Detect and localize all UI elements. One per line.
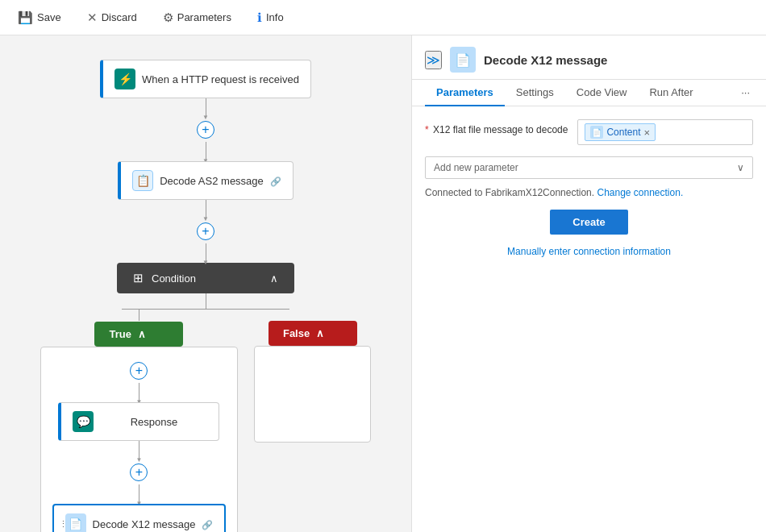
flow-canvas: ⚡ When a HTTP request is received + 📋 De… <box>0 35 411 532</box>
connector-4 <box>206 243 206 263</box>
x12-tag-input[interactable]: 📄 Content × <box>577 119 753 145</box>
required-asterisk: * <box>425 124 429 135</box>
true-branch-collapse-icon: ∧ <box>138 328 146 340</box>
panel-title-icon: 📄 <box>450 47 476 73</box>
save-button[interactable]: 💾 Save <box>13 7 66 28</box>
connector-true-2 <box>139 441 139 460</box>
add-parameter-dropdown[interactable]: Add new parameter ∨ <box>425 156 753 179</box>
content-tag-label: Content <box>606 127 640 138</box>
dots-menu-icon[interactable]: ⋮ <box>59 519 68 530</box>
panel-header: ≫ 📄 Decode X12 message <box>412 35 766 80</box>
condition-collapse-icon: ∧ <box>270 272 278 285</box>
false-branch-body <box>254 346 371 443</box>
add-button-1[interactable]: + <box>197 121 214 139</box>
false-branch-collapse-icon: ∧ <box>316 327 324 339</box>
panel-tabs: Parameters Settings Code View Run After … <box>412 80 766 106</box>
manual-connection-link[interactable]: Manually enter connection information <box>425 246 753 257</box>
tab-more-button[interactable]: ··· <box>738 80 753 106</box>
info-label: Info <box>266 11 284 23</box>
x12-field-input-area: 📄 Content × <box>577 119 753 145</box>
connector-2 <box>206 142 206 161</box>
true-branch-header[interactable]: True ∧ <box>94 322 183 347</box>
branch-container: True ∧ + 💬 Response + <box>40 310 372 532</box>
condition-node[interactable]: ⊞ Condition ∧ <box>117 263 294 293</box>
parameters-label: Parameters <box>177 11 231 23</box>
main-area: ⚡ When a HTTP request is received + 📋 De… <box>0 35 766 532</box>
connector-3 <box>206 200 206 219</box>
x12-field-row: * X12 flat file message to decode 📄 Cont… <box>425 119 753 145</box>
add-button-2[interactable]: + <box>197 222 214 240</box>
false-branch-label: False <box>283 327 310 339</box>
dropdown-chevron-icon: ∨ <box>737 162 744 173</box>
decode-x12-icon: 📄 <box>65 513 86 532</box>
false-branch: False ∧ <box>254 310 371 443</box>
link-icon-x12: 🔗 <box>202 520 213 530</box>
response-label: Response <box>100 416 207 428</box>
link-icon-as2: 🔗 <box>270 177 281 187</box>
content-tag-close[interactable]: × <box>643 127 650 138</box>
info-icon: ℹ <box>257 10 262 25</box>
parameters-button[interactable]: ⚙ Parameters <box>158 7 236 28</box>
decode-x12-label: Decode X12 message <box>93 518 196 530</box>
connection-text: Connected to FabrikamX12Connection. <box>425 187 594 198</box>
discard-icon: ✕ <box>87 10 98 25</box>
add-button-true-2[interactable]: + <box>130 463 148 481</box>
http-request-label: When a HTTP request is received <box>142 73 299 85</box>
condition-label: Condition <box>152 272 196 285</box>
decode-as2-node[interactable]: 📋 Decode AS2 message 🔗 <box>118 161 293 200</box>
decode-x12-node[interactable]: ⋮ 📄 Decode X12 message 🔗 <box>52 504 227 532</box>
response-icon: 💬 <box>73 411 94 432</box>
connector-true-3 <box>139 484 139 504</box>
toolbar: 💾 Save ✕ Discard ⚙ Parameters ℹ Info <box>0 0 766 35</box>
x12-field-label: * X12 flat file message to decode <box>425 119 568 135</box>
create-button[interactable]: Create <box>550 210 627 235</box>
connector-1 <box>206 98 206 118</box>
http-request-node[interactable]: ⚡ When a HTTP request is received <box>100 60 311 98</box>
x12-field-label-text: X12 flat file message to decode <box>433 124 568 135</box>
decode-as2-label: Decode AS2 message <box>160 175 264 187</box>
discard-button[interactable]: ✕ Discard <box>82 7 142 28</box>
add-button-true[interactable]: + <box>130 362 148 380</box>
save-label: Save <box>37 11 61 23</box>
parameters-icon: ⚙ <box>163 10 173 25</box>
content-tag-icon: 📄 <box>590 126 603 139</box>
add-parameter-label: Add new parameter <box>434 162 518 173</box>
flow-container: ⚡ When a HTTP request is received + 📋 De… <box>16 52 395 532</box>
info-button[interactable]: ℹ Info <box>252 7 289 28</box>
change-connection-link[interactable]: Change connection. <box>597 187 683 198</box>
expand-button[interactable]: ≫ <box>425 51 442 69</box>
content-tag: 📄 Content × <box>585 123 656 141</box>
connection-info: Connected to FabrikamX12Connection. Chan… <box>425 187 753 198</box>
true-branch: True ∧ + 💬 Response + <box>40 310 239 532</box>
condition-inner: ⊞ Condition <box>133 271 196 285</box>
panel-title: Decode X12 message <box>484 53 607 67</box>
response-node[interactable]: 💬 Response <box>58 402 219 441</box>
true-branch-label: True <box>109 328 131 340</box>
tab-run-after[interactable]: Run After <box>638 80 704 106</box>
save-icon: 💾 <box>18 10 33 25</box>
http-request-icon: ⚡ <box>114 69 135 89</box>
discard-label: Discard <box>102 11 137 23</box>
tab-code-view[interactable]: Code View <box>565 80 639 106</box>
condition-icon: ⊞ <box>133 271 144 285</box>
connector-true-1 <box>139 383 139 402</box>
tab-parameters[interactable]: Parameters <box>425 80 505 106</box>
decode-as2-icon: 📋 <box>132 170 153 191</box>
false-branch-header[interactable]: False ∧ <box>269 321 357 346</box>
true-branch-body: + 💬 Response + ⋮ 📄 <box>40 347 239 532</box>
right-panel: ≫ 📄 Decode X12 message Parameters Settin… <box>411 35 766 532</box>
tab-settings[interactable]: Settings <box>505 80 565 106</box>
panel-content: * X12 flat file message to decode 📄 Cont… <box>412 106 766 270</box>
